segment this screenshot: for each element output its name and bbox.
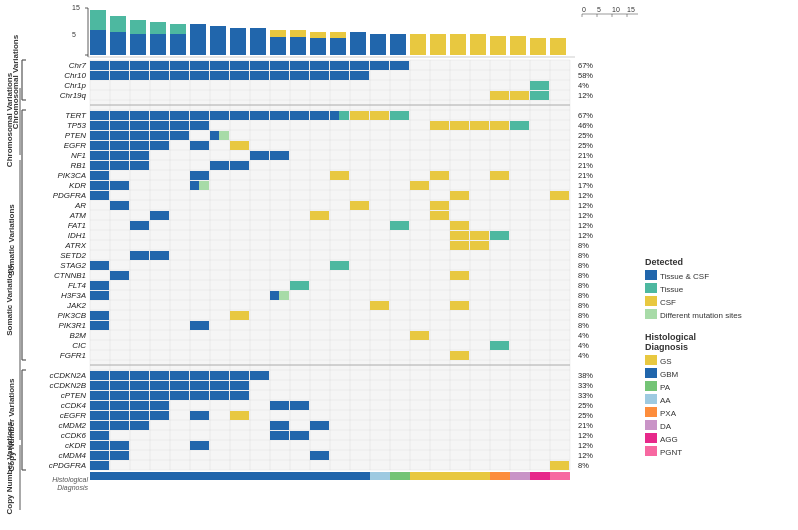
legend-tissue-box	[645, 283, 657, 293]
cell-chr10-10	[270, 71, 289, 80]
detected-legend-title: Detected	[645, 257, 683, 267]
bar-13	[330, 32, 346, 38]
cell-tp53-7	[430, 121, 449, 130]
label-atrx: ATRX	[64, 241, 86, 250]
cell-egfr-6	[230, 141, 249, 150]
cell-tert-14	[350, 111, 369, 120]
cell-cmdm2-3	[130, 421, 149, 430]
bar-12-bottom	[310, 38, 326, 55]
cell-flt4-2	[290, 281, 309, 290]
cell-egfr-5	[190, 141, 209, 150]
cell-tert-6	[190, 111, 209, 120]
legend-pgnt-label: PGNT	[660, 448, 682, 457]
cell-tp53-6	[190, 121, 209, 130]
cell-tert-11	[290, 111, 309, 120]
cell-chr7-16	[390, 61, 409, 70]
chart-svg: Chromosomal Variations Somatic Variation…	[0, 0, 798, 530]
cell-stag2-1	[90, 261, 109, 270]
pct-fat1: 12%	[578, 221, 593, 230]
bar-2-top	[110, 16, 126, 32]
cell-h3f3a-2a	[270, 291, 279, 300]
cell-cegfr-3	[130, 411, 149, 420]
cell-chr7-11	[290, 61, 309, 70]
pct-b2m: 4%	[578, 331, 589, 340]
bar-21-bottom	[490, 39, 506, 55]
label-tp53: TP53	[67, 121, 87, 130]
label-ccdk4: cCDK4	[61, 401, 87, 410]
bar-7-bottom	[210, 35, 226, 55]
cell-nf1-3	[130, 151, 149, 160]
cell-ckdr-1	[90, 441, 109, 450]
label-egfr: EGFR	[64, 141, 86, 150]
pct-h3f3a: 8%	[578, 291, 589, 300]
bar-11	[290, 30, 306, 37]
cell-ccdk4-3	[130, 401, 149, 410]
cell-cmdm2-1	[90, 421, 109, 430]
label-rb1: RB1	[70, 161, 86, 170]
diag-21	[490, 472, 510, 480]
legend-da-label: DA	[660, 422, 672, 431]
cell-cegfr-1	[90, 411, 109, 420]
histological-legend-title: Histological	[645, 332, 696, 342]
cell-atrx-2	[470, 241, 489, 250]
cell-chr10-2	[110, 71, 129, 80]
cell-cegfr-2	[110, 411, 129, 420]
cell-pdgfra-2	[450, 191, 469, 200]
histological-legend-title2: Diagnosis	[645, 342, 688, 352]
cell-cmdm2-5	[310, 421, 329, 430]
cell-h3f3a-2b	[279, 291, 289, 300]
diag-10	[270, 472, 290, 480]
bar-14-bottom	[350, 38, 366, 55]
cell-pik3ca-2	[190, 171, 209, 180]
bar-3-bottom	[130, 34, 146, 55]
cell-fgfr1-1	[450, 351, 469, 360]
cell-setd2-2	[150, 251, 169, 260]
cell-ckdr-2	[110, 441, 129, 450]
legend-csf-label: CSF	[660, 298, 676, 307]
cell-tert-5	[170, 111, 189, 120]
cell-chr7-10	[270, 61, 289, 70]
cell-ccdkn2b-8	[230, 381, 249, 390]
label-stag2: STAG2	[60, 261, 86, 270]
bar-9	[250, 28, 266, 36]
cell-tert-3	[130, 111, 149, 120]
diag-24	[550, 472, 570, 480]
label-setd2: SETD2	[60, 251, 86, 260]
cell-chr10-9	[250, 71, 269, 80]
diag-7	[210, 472, 230, 480]
cell-chr7-4	[150, 61, 169, 70]
cell-tp53-8	[450, 121, 469, 130]
diag-11	[290, 472, 310, 480]
cell-pdgfra-3	[550, 191, 569, 200]
bar-5-top	[170, 24, 186, 34]
cell-chr10-1	[90, 71, 109, 80]
legend-pa-label: PA	[660, 383, 671, 392]
cell-pik3ca-5	[490, 171, 509, 180]
cell-tert-8	[230, 111, 249, 120]
cell-pten-3	[130, 131, 149, 140]
cell-pdgfra-1	[90, 191, 109, 200]
bar-10	[270, 30, 286, 37]
diag-22	[510, 472, 530, 480]
pct-stag2: 8%	[578, 261, 589, 270]
cell-ccdkn2a-7	[210, 371, 229, 380]
cell-pten-1	[90, 131, 109, 140]
bar-13-bottom	[330, 38, 346, 55]
pct-rb1: 21%	[578, 161, 593, 170]
cell-tert-12	[310, 111, 329, 120]
label-ccdkn2b: cCDKN2B	[50, 381, 87, 390]
diag-8	[230, 472, 250, 480]
cell-cegfr-5	[190, 411, 209, 420]
legend-pgnt-box	[645, 446, 657, 456]
cell-pik3cb-1	[90, 311, 109, 320]
bar-9-bottom	[250, 36, 266, 55]
label-ccdkn2a: cCDKN2A	[50, 371, 86, 380]
label-h3f3a: H3F3A	[61, 291, 86, 300]
cell-cpten-8	[230, 391, 249, 400]
bar-12	[310, 32, 326, 38]
cell-chr19q-2	[510, 91, 529, 100]
legend-aa-box	[645, 394, 657, 404]
cell-cpten-6	[190, 391, 209, 400]
legend-gs-box	[645, 355, 657, 365]
cell-chr7-12	[310, 61, 329, 70]
